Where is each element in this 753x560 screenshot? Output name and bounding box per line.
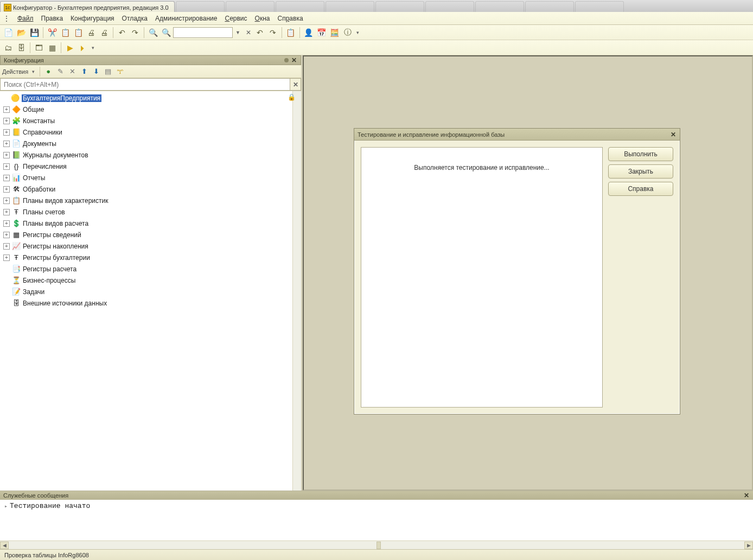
tree-item[interactable]: +🔶Общие (0, 104, 301, 115)
user-icon[interactable]: 👤 (303, 27, 315, 39)
tree-item[interactable]: 📑Регистры расчета (0, 263, 301, 275)
dialog-close-icon[interactable]: ✕ (670, 131, 677, 138)
tree-item[interactable]: +📄Документы (0, 138, 301, 149)
messages-close-icon[interactable]: ✕ (743, 492, 750, 499)
actions-menu[interactable]: Действия (2, 68, 28, 75)
add-icon[interactable]: ● (43, 67, 53, 77)
redo-icon[interactable]: ↷ (129, 27, 141, 39)
menu-admin[interactable]: Администрирование (155, 15, 217, 22)
open-folder-icon[interactable]: 📂 (15, 27, 27, 39)
window-tab-active[interactable]: 1c Конфигуратор - Бухгалтерия предприяти… (0, 1, 175, 12)
window-tab-inactive[interactable] (475, 1, 524, 12)
tree-item[interactable]: +ŦПланы счетов (0, 206, 301, 218)
tree-item[interactable]: +🛠Обработки (0, 183, 301, 195)
run-dropdown-icon[interactable]: ▾ (90, 45, 96, 50)
tree-item[interactable]: +📋Планы видов характеристик (0, 195, 301, 206)
config-search-input[interactable] (0, 78, 290, 91)
copy-icon[interactable]: 📋 (59, 27, 71, 39)
config-icon[interactable]: 🗂 (2, 42, 14, 54)
menu-service[interactable]: Сервис (225, 15, 247, 22)
move-up-icon[interactable]: ⬆ (79, 67, 89, 77)
help-button[interactable]: Справка (608, 182, 673, 196)
tree-item[interactable]: +📈Регистры накопления (0, 240, 301, 252)
config-tree[interactable]: 🟡БухгалтерияПредприятия+🔶Общие+🧩Констант… (0, 91, 301, 491)
window-tab-inactive[interactable] (276, 1, 324, 12)
filter-icon[interactable]: 🝖 (115, 67, 125, 77)
print-icon[interactable]: 🖨 (85, 27, 97, 39)
expand-icon[interactable]: + (3, 220, 10, 227)
expand-icon[interactable]: + (3, 163, 10, 170)
cut-icon[interactable]: ✂️ (46, 27, 58, 39)
menu-windows[interactable]: Окна (255, 15, 270, 22)
calc-icon[interactable]: 🧮 (329, 27, 341, 39)
undo-icon[interactable]: ↶ (116, 27, 128, 39)
menu-help[interactable]: Справка (277, 15, 303, 22)
window-tab-inactive[interactable] (375, 1, 424, 12)
tree-item[interactable]: +{}Перечисления (0, 161, 301, 172)
scroll-left-icon[interactable]: ◀ (0, 542, 9, 549)
window-tab-inactive[interactable] (425, 1, 474, 12)
menu-debug[interactable]: Отладка (122, 15, 148, 22)
scroll-thumb[interactable] (376, 542, 381, 549)
expand-icon[interactable]: + (3, 118, 10, 124)
expand-icon[interactable]: + (3, 186, 10, 193)
tree-item[interactable]: +📊Отчеты (0, 172, 301, 183)
tree-item[interactable]: +▦Регистры сведений (0, 229, 301, 240)
copy2-icon[interactable]: 📋 (285, 27, 297, 39)
panel-option-icon[interactable] (284, 58, 289, 62)
window-tab-inactive[interactable] (326, 1, 374, 12)
delete-icon[interactable]: ✕ (67, 67, 77, 77)
info-icon[interactable]: ⓘ (342, 27, 354, 39)
expand-icon[interactable]: + (3, 243, 10, 250)
run-button[interactable]: Выполнить (608, 147, 673, 161)
find-next-icon[interactable]: ↷ (267, 27, 279, 39)
tree-item[interactable]: 🗄Внешние источники данных (0, 297, 301, 309)
print-preview-icon[interactable]: 🖨 (98, 27, 110, 39)
tree-item[interactable]: +📗Журналы документов (0, 149, 301, 161)
run-debug-icon[interactable]: ⏵ (77, 42, 89, 54)
paste-icon[interactable]: 📋 (72, 27, 84, 39)
tree-scrollbar[interactable] (292, 91, 301, 491)
zoom-icon[interactable]: 🔍 (160, 27, 172, 39)
expand-icon[interactable]: + (3, 198, 10, 204)
find-prev-icon[interactable]: ↶ (254, 27, 266, 39)
menu-config[interactable]: Конфигурация (71, 15, 114, 22)
info-dropdown-icon[interactable]: ▾ (355, 30, 361, 35)
tree-item[interactable]: 🟡БухгалтерияПредприятия (0, 92, 301, 104)
move-down-icon[interactable]: ⬇ (91, 67, 101, 77)
expand-icon[interactable]: + (3, 106, 10, 113)
window-tab-inactive[interactable] (226, 1, 275, 12)
dialog-title-bar[interactable]: Тестирование и исправление информационно… (354, 129, 680, 141)
run-icon[interactable]: ▶ (64, 42, 76, 54)
horizontal-scrollbar[interactable]: ◀ ▶ (0, 540, 753, 549)
window-tab-inactive[interactable] (575, 1, 624, 12)
search-clear-icon[interactable]: ✕ (244, 28, 253, 37)
tree-item[interactable]: +🧩Константы (0, 115, 301, 126)
list-icon[interactable]: ▦ (46, 42, 58, 54)
window-tab-inactive[interactable] (176, 1, 225, 12)
menu-file[interactable]: Файл (17, 15, 34, 22)
window-icon[interactable]: 🗔 (33, 42, 45, 54)
find-icon[interactable]: 🔍 (147, 27, 159, 39)
window-tab-inactive[interactable] (525, 1, 574, 12)
search-dropdown-icon[interactable]: ▼ (234, 30, 242, 35)
edit-icon[interactable]: ✎ (55, 67, 65, 77)
close-button[interactable]: Закрыть (608, 164, 673, 179)
expand-icon[interactable]: + (3, 152, 10, 158)
db-icon[interactable]: 🗄 (15, 42, 27, 54)
tree-item[interactable]: +📒Справочники (0, 126, 301, 138)
actions-dropdown-icon[interactable]: ▾ (30, 69, 36, 74)
config-search-clear-icon[interactable]: ✕ (290, 78, 301, 91)
expand-icon[interactable]: + (3, 175, 10, 181)
expand-icon[interactable]: + (3, 254, 10, 261)
expand-icon[interactable]: + (3, 209, 10, 215)
menu-edit[interactable]: Правка (41, 15, 63, 22)
save-icon[interactable]: 💾 (28, 27, 40, 39)
expand-icon[interactable]: + (3, 232, 10, 238)
calendar-icon[interactable]: 📅 (316, 27, 328, 39)
tree-item[interactable]: 📝Задачи (0, 286, 301, 297)
tree-item[interactable]: ⏳Бизнес-процессы (0, 275, 301, 286)
new-file-icon[interactable]: 📄 (2, 27, 14, 39)
tree-item[interactable]: +💲Планы видов расчета (0, 218, 301, 229)
sort-icon[interactable]: ▤ (103, 67, 113, 77)
